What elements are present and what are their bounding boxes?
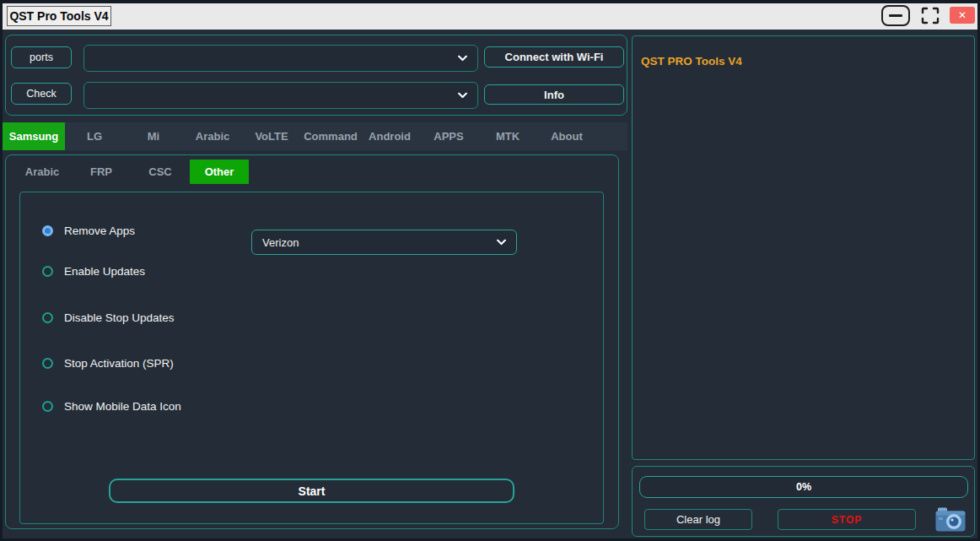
camera-icon (935, 506, 966, 533)
screenshot-button[interactable] (935, 506, 966, 533)
radio-label: Stop Activation (SPR) (64, 357, 174, 370)
radio-label: Remove Apps (64, 225, 135, 237)
radio-label: Disable Stop Updates (64, 311, 175, 324)
window-title: QST Pro Tools V4 (7, 6, 111, 26)
radio-remove-apps[interactable]: Remove Apps (42, 225, 135, 237)
subtab-other[interactable]: Other (190, 160, 249, 184)
chevron-down-icon (497, 240, 506, 246)
radio-unselected-icon (42, 401, 53, 412)
minimize-icon (889, 14, 902, 17)
maximize-icon (921, 7, 940, 24)
start-button[interactable]: Start (109, 479, 514, 503)
carrier-select[interactable]: Verizon (251, 230, 517, 255)
check-button[interactable]: Check (11, 83, 72, 105)
chevron-down-icon (458, 93, 467, 99)
log-brand-text: QST PRO Tools V4 (641, 55, 742, 68)
maximize-button[interactable] (918, 5, 942, 26)
tab-arabic[interactable]: Arabic (183, 122, 242, 150)
radio-label: Show Mobile Data Icon (64, 400, 181, 413)
radio-enable-updates[interactable]: Enable Updates (42, 265, 145, 278)
tab-mtk[interactable]: MTK (478, 122, 537, 150)
tab-android[interactable]: Android (360, 122, 419, 150)
progress-bar: 0% (639, 476, 968, 498)
main-content: ports Connect with Wi-Fi Check Info Sams… (3, 30, 977, 538)
radio-stop-activation-spr[interactable]: Stop Activation (SPR) (42, 357, 174, 370)
tab-apps[interactable]: APPS (419, 122, 478, 150)
log-panel: QST PRO Tools V4 (632, 35, 975, 460)
tab-about[interactable]: About (537, 122, 596, 150)
connect-wifi-button[interactable]: Connect with Wi-Fi (484, 46, 624, 68)
subtab-frp[interactable]: FRP (72, 160, 131, 184)
subtab-arabic[interactable]: Arabic (13, 160, 72, 184)
title-bar: QST Pro Tools V4 ✕ (3, 3, 977, 30)
carrier-select-value: Verizon (262, 236, 299, 249)
radio-unselected-icon (42, 266, 53, 277)
tab-lg[interactable]: LG (65, 122, 124, 150)
tab-mi[interactable]: Mi (124, 122, 183, 150)
radio-selected-icon (42, 225, 53, 236)
tab-volte[interactable]: VoLTE (242, 122, 301, 150)
radio-unselected-icon (42, 358, 53, 369)
minimize-button[interactable] (881, 5, 910, 26)
chevron-down-icon (458, 56, 467, 62)
radio-label: Enable Updates (64, 265, 145, 278)
tab-samsung[interactable]: Samsung (3, 122, 65, 150)
radio-show-mobile-data-icon[interactable]: Show Mobile Data Icon (42, 400, 181, 413)
close-button[interactable]: ✕ (950, 7, 975, 24)
stop-button[interactable]: STOP (778, 509, 916, 530)
samsung-panel: Arabic FRP CSC Other Remove Apps Enable … (5, 154, 619, 529)
status-panel: 0% Clear log STOP (632, 466, 975, 537)
subtab-csc[interactable]: CSC (131, 160, 190, 184)
tab-command[interactable]: Command (301, 122, 360, 150)
port-select[interactable] (83, 45, 478, 72)
clear-log-button[interactable]: Clear log (644, 509, 752, 530)
radio-disable-stop-updates[interactable]: Disable Stop Updates (42, 311, 175, 324)
model-select[interactable] (83, 82, 478, 109)
info-button[interactable]: Info (484, 84, 624, 105)
radio-unselected-icon (42, 312, 53, 323)
close-icon: ✕ (958, 9, 967, 21)
connection-panel: ports Connect with Wi-Fi Check Info (5, 35, 627, 116)
other-options-panel: Remove Apps Enable Updates Disable Stop … (19, 192, 604, 524)
ports-button[interactable]: ports (11, 46, 72, 68)
main-tab-bar: Samsung LG Mi Arabic VoLTE Command Andro… (3, 122, 627, 150)
